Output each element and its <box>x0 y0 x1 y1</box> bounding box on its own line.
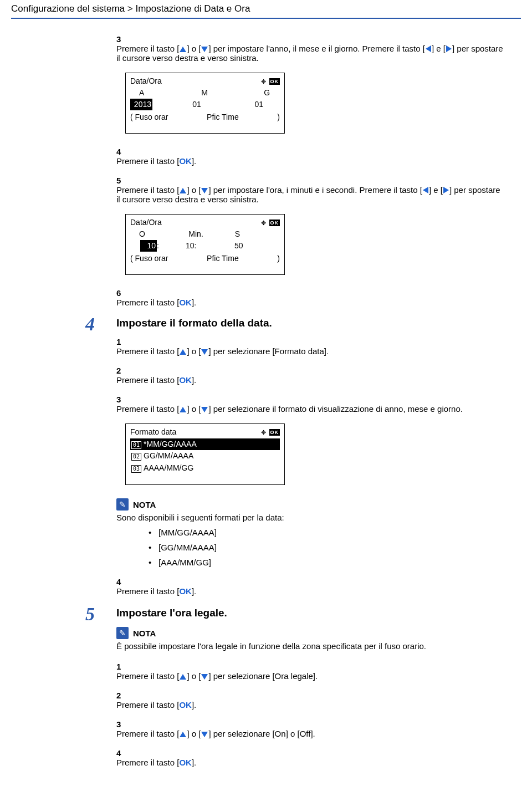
section-number: 4 <box>85 314 95 335</box>
lcd-time: Data/Ora ✥ OK O Min. S 10: 10: 50 ( Fuso… <box>125 214 285 275</box>
ok-key: OK <box>179 375 192 385</box>
up-icon <box>180 47 186 52</box>
col-year: A <box>130 87 183 99</box>
note-label: NOTA <box>133 628 156 637</box>
step-4: 4 Premere il tasto [OK]. <box>116 147 521 166</box>
lcd-title: Formato data <box>130 426 176 438</box>
lcd-title: Data/Ora <box>130 75 162 87</box>
substep-number: 4 <box>116 577 131 586</box>
value-month: 01 <box>175 99 219 110</box>
ok-key: OK <box>179 298 192 307</box>
softkey-left: ( Fuso orar <box>130 253 168 264</box>
softkey-left: ( Fuso orar <box>130 111 168 123</box>
col-sec: S <box>224 228 280 240</box>
ok-key: OK <box>179 758 192 767</box>
value-sec: 50 <box>214 240 280 252</box>
format-option-selected: 01*MM/GG/AAAA <box>130 438 280 451</box>
page-number: 1-7 <box>11 784 521 786</box>
note-icon: ✎ <box>116 498 129 511</box>
lcd-title: Data/Ora <box>130 217 162 228</box>
step-text: Premere il tasto [] o [] per impostare l… <box>116 44 504 63</box>
right-icon <box>443 187 449 193</box>
substep-number: 1 <box>116 662 131 671</box>
col-month: M <box>183 87 227 99</box>
up-icon <box>180 349 186 355</box>
step-3: 3 Premere il tasto [] o [] per impostare… <box>116 34 521 63</box>
bullet-item: [MM/GG/AAAA] <box>158 528 521 537</box>
ok-key: OK <box>179 156 192 166</box>
bullet-item: [AAA/MM/GG] <box>158 558 521 567</box>
softkey-right: ) <box>277 253 280 264</box>
down-icon <box>201 47 208 52</box>
ok-key: OK <box>179 586 192 596</box>
note-icon: ✎ <box>116 627 129 639</box>
softkey-center: Pfic Time <box>207 253 239 264</box>
lcd-indicator: ✥ OK <box>261 218 280 227</box>
bullet-item: [GG/MM/AAAA] <box>158 543 521 552</box>
substep-number: 3 <box>116 395 131 404</box>
up-icon <box>180 674 186 680</box>
note-label: NOTA <box>133 499 156 509</box>
down-icon <box>201 674 208 680</box>
up-icon <box>180 732 186 737</box>
substep-number: 3 <box>116 719 131 729</box>
down-icon <box>201 732 208 737</box>
value-year-selected: 2013 <box>130 99 152 110</box>
softkey-center: Pfic Time <box>207 111 239 123</box>
breadcrumb: Configurazione del sistema > Impostazion… <box>11 0 521 19</box>
step-5: 5 Premere il tasto [] o [] per impostare… <box>116 176 521 204</box>
lcd-format: Formato data ✥ OK 01*MM/GG/AAAA 02GG/MM/… <box>125 423 285 485</box>
left-icon <box>426 45 431 52</box>
down-icon <box>201 188 208 193</box>
substep-number: 2 <box>116 691 131 700</box>
lcd-indicator: ✥ OK <box>261 427 280 437</box>
col-day: G <box>226 87 280 99</box>
format-option: 03AAAA/MM/GG <box>130 462 280 474</box>
down-icon <box>201 407 208 412</box>
value-day: 01 <box>219 99 280 110</box>
down-icon <box>201 349 208 355</box>
step-number: 6 <box>116 288 131 298</box>
substep-number: 1 <box>116 337 131 346</box>
col-min: Min. <box>174 228 223 240</box>
step-number: 4 <box>116 147 131 156</box>
substep-number: 2 <box>116 366 131 375</box>
section-5: 5 Impostare l'ora legale. ✎NOTA È possib… <box>116 607 521 767</box>
ok-key: OK <box>179 700 192 710</box>
col-hour: O <box>130 228 174 240</box>
section-title: Impostare il formato della data. <box>116 317 521 329</box>
up-icon <box>180 188 186 193</box>
lcd-date: Data/Ora ✥ OK A M G 2013 01 01 ( Fuso or… <box>125 73 285 134</box>
step-6: 6 Premere il tasto [OK]. <box>116 288 521 307</box>
note-block: ✎NOTA Sono disponibili i seguenti format… <box>116 498 521 567</box>
note-block: ✎NOTA È possibile impostare l'ora legale… <box>116 627 521 651</box>
section-title: Impostare l'ora legale. <box>116 607 521 619</box>
step-number: 5 <box>116 176 131 185</box>
right-icon <box>446 45 452 52</box>
format-option: 02GG/MM/AAAA <box>130 450 280 462</box>
lcd-indicator: ✥ OK <box>261 76 280 86</box>
note-body: Sono disponibili i seguenti formati per … <box>116 513 521 522</box>
left-icon <box>423 187 428 193</box>
value-min: 10: <box>169 240 214 252</box>
section-number: 5 <box>85 604 95 625</box>
substep-number: 4 <box>116 748 131 758</box>
section-4: 4 Impostare il formato della data. 1 Pre… <box>116 317 521 596</box>
step-number: 3 <box>116 34 131 44</box>
note-body: È possibile impostare l'ora legale in fu… <box>116 641 521 651</box>
softkey-right: ) <box>277 111 280 123</box>
up-icon <box>180 407 186 412</box>
value-hour-selected: 10 <box>140 240 157 252</box>
